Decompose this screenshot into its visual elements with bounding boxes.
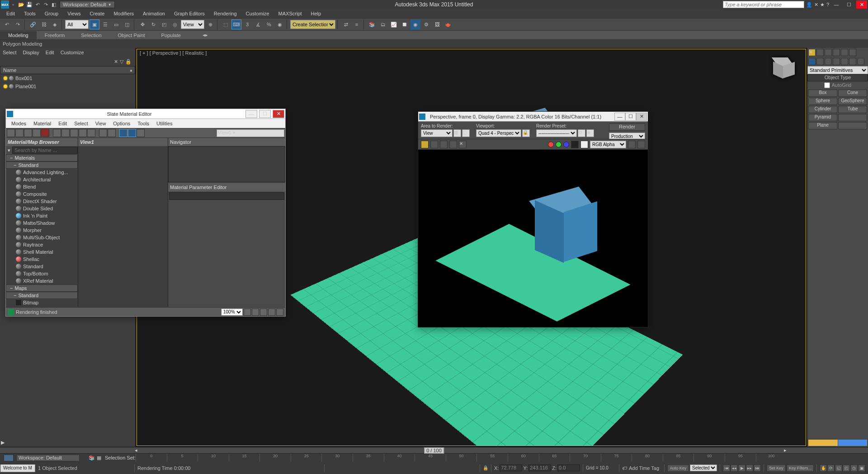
systems-icon[interactable] [857,58,864,65]
curve-editor-button[interactable]: 📈 [389,19,399,29]
se-menu-customize[interactable]: Customize [61,50,84,55]
render-setup-button[interactable]: ⚙ [421,19,431,29]
menu-create[interactable]: Create [85,10,109,17]
frame-indicator[interactable]: 0 / 100 [424,447,444,454]
slate-pick-button[interactable] [15,129,24,137]
trackbar[interactable]: ◂ 0 / 100 ▸ [0,447,868,454]
lock-view-button[interactable]: 🔒 [522,129,530,137]
swatch[interactable] [808,440,838,446]
goto-start-button[interactable]: ⏮ [723,465,730,472]
ribbon-tab-populate[interactable]: Populate [153,31,189,39]
clone-button[interactable] [440,141,448,148]
scale-button[interactable]: ◰ [159,19,169,29]
redo-button[interactable]: ↷ [13,19,23,29]
play-button[interactable]: ▶ [738,465,745,472]
swatch[interactable] [838,440,868,446]
fov-button[interactable]: ◷ [850,465,858,472]
se-column-header[interactable]: Name ▲ [0,66,135,74]
group-maps[interactable]: −Maps [6,284,78,292]
layers-icon[interactable]: 📚 [89,455,95,461]
menu-animation[interactable]: Animation [138,10,170,17]
slate-grid2-button[interactable] [87,129,95,137]
group-materials[interactable]: −Materials [6,154,78,161]
toggle-overlay-button[interactable] [628,141,636,148]
scene-explorer-button[interactable]: 🗂 [378,19,388,29]
modify-tab-icon[interactable] [816,49,824,56]
slate-select-button[interactable] [7,129,15,137]
render-close-button[interactable]: ✕ [636,113,647,121]
clear-button[interactable]: ✕ [459,141,467,148]
view1-header[interactable]: View1 [78,138,168,146]
rendered-frame-button[interactable]: 🖼 [432,19,442,29]
slate-magnify-button[interactable] [137,129,145,137]
slate-movedown-button[interactable] [108,129,116,137]
zoom-all-button[interactable]: ◱ [835,465,842,472]
link-button[interactable]: 🔗 [28,19,38,29]
slate-close-button[interactable]: ✕ [273,110,284,118]
menu-edit[interactable]: Edit [2,10,19,17]
material-editor-button[interactable]: ◉ [410,19,420,29]
print-button[interactable] [449,141,457,148]
snap-toggle-button[interactable]: 3 [242,19,252,29]
slate-menu-options[interactable]: Options [109,120,134,127]
param-name-field[interactable] [169,192,284,200]
slate-menu-edit[interactable]: Edit [55,120,71,127]
undo-icon[interactable]: ↶ [33,0,42,9]
align-button[interactable]: ≡ [352,19,362,29]
manipulate-button[interactable]: ⬚ [221,19,231,29]
menu-help[interactable]: Help [307,10,326,17]
goto-end-button[interactable]: ⏭ [754,465,761,472]
render-setup-button[interactable]: ⚙ [578,129,585,137]
prev-frame-button[interactable]: ◂◂ [731,465,738,472]
filter-icon[interactable]: ▽ [120,59,123,65]
toggle-channel-button[interactable] [637,141,645,148]
scroll-left-icon[interactable]: ◂ [135,447,137,453]
slate-menu-view[interactable]: View [92,120,110,127]
slate-zoom-button[interactable] [252,308,259,316]
render-minimize-button[interactable]: — [614,113,625,121]
spinner-snap-button[interactable]: ◉ [275,19,285,29]
keyfilters-button[interactable]: Key Filters... [787,465,814,472]
visibility-icon[interactable] [4,76,7,80]
preset-dropdown[interactable]: ------------------------ [536,129,577,137]
browser-search-input[interactable] [12,147,78,154]
mat-xref[interactable]: XRef Material [6,277,78,284]
create-tube-button[interactable]: Tube [838,106,867,113]
mat-matteshadow[interactable]: Matte/Shadow [6,219,78,227]
menu-group[interactable]: Group [40,10,63,17]
window-crossing-button[interactable]: ◫ [122,19,132,29]
mirror-button[interactable]: ⇄ [341,19,351,29]
workspace-button[interactable]: Workspace: Default [16,455,80,461]
slate-material-editor[interactable]: Slate Material Editor — ☐ ✕ Modes Materi… [5,109,286,317]
browser-tree[interactable]: −Materials −Standard Advanced Lighting..… [6,154,78,307]
mat-advanced-lighting[interactable]: Advanced Lighting... [6,169,78,176]
slate-zoomext-button[interactable] [260,308,267,316]
slate-putlib-button[interactable] [33,129,41,137]
timeline-ticks[interactable]: 0510152025303540455055606570758085909510… [136,454,787,462]
slate-menu-utilities[interactable]: Utilities [153,120,176,127]
time-tag-cell[interactable]: 🏷 Add Time Tag [619,464,665,472]
maximize-viewport-button[interactable]: ▣ [858,465,865,472]
utilities-tab-icon[interactable] [849,49,856,56]
motion-tab-icon[interactable] [833,49,840,56]
coord-z-field[interactable]: 0.0 [557,465,580,471]
channel-green-button[interactable] [556,142,561,147]
hierarchy-tab-icon[interactable] [825,49,832,56]
undo-button[interactable]: ↶ [2,19,12,29]
named-selection-dropdown[interactable]: Create Selection Se [290,20,335,29]
env-button[interactable]: ◉ [586,129,594,137]
area-dropdown[interactable]: View [421,129,453,137]
slate-minimize-button[interactable]: — [245,110,257,118]
new-icon[interactable]: ▫ [9,0,17,9]
next-frame-button[interactable]: ▸▸ [746,465,753,472]
render-canvas[interactable] [418,150,648,327]
slate-layoutall-button[interactable] [61,129,70,137]
slate-menu-select[interactable]: Select [71,120,92,127]
percent-snap-button[interactable]: % [264,19,274,29]
open-icon[interactable]: 📂 [17,0,25,9]
keymode-dropdown[interactable]: Selected [690,465,717,471]
se-menu-edit[interactable]: Edit [46,50,54,55]
slate-menu-material[interactable]: Material [30,120,55,127]
menu-rendering[interactable]: Rendering [209,10,241,17]
select-object-button[interactable]: ▣ [90,19,99,29]
